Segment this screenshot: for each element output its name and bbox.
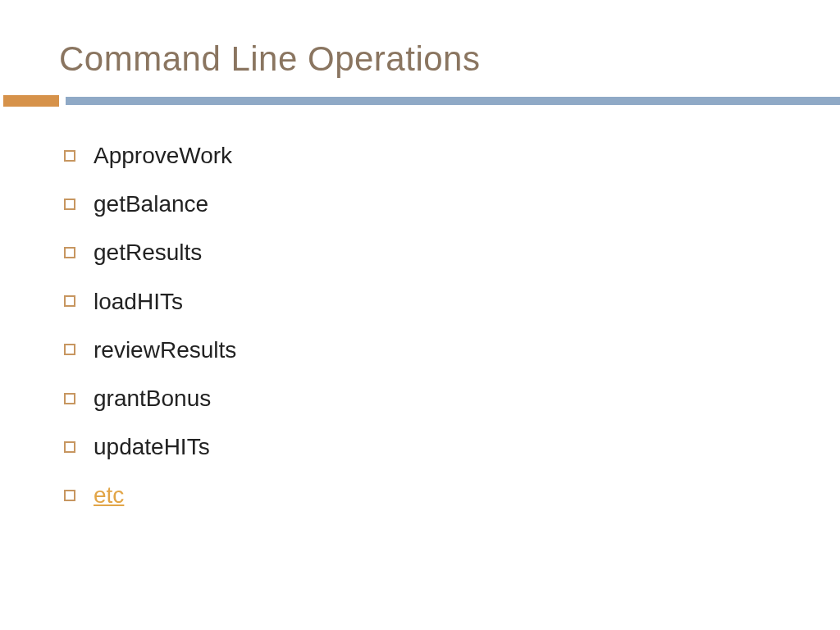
divider [0, 95, 840, 107]
square-bullet-icon [64, 199, 75, 210]
square-bullet-icon [64, 295, 75, 307]
slide-title: Command Line Operations [0, 39, 840, 95]
list-item-label: getBalance [94, 188, 208, 220]
list-item-label: updateHITs [94, 431, 210, 463]
slide: Command Line Operations ApproveWork getB… [0, 0, 840, 630]
square-bullet-icon [64, 344, 75, 355]
etc-link[interactable]: etc [94, 479, 124, 511]
list-item-label: getResults [94, 236, 202, 268]
list-item: etc [64, 479, 840, 511]
list-item: grantBonus [64, 382, 840, 414]
list-item: getBalance [64, 188, 840, 220]
list-item: updateHITs [64, 431, 840, 463]
square-bullet-icon [64, 150, 75, 162]
square-bullet-icon [64, 490, 75, 501]
list-item-label: reviewResults [94, 334, 236, 366]
list-item-label: ApproveWork [94, 139, 232, 171]
list-item: getResults [64, 236, 840, 268]
divider-accent [3, 95, 59, 107]
square-bullet-icon [64, 393, 75, 404]
square-bullet-icon [64, 441, 75, 453]
operations-list: ApproveWork getBalance getResults loadHI… [0, 139, 840, 512]
list-item: ApproveWork [64, 139, 840, 171]
square-bullet-icon [64, 247, 75, 258]
list-item: loadHITs [64, 285, 840, 317]
list-item-label: grantBonus [94, 382, 211, 414]
list-item: reviewResults [64, 334, 840, 366]
list-item-label: loadHITs [94, 285, 183, 317]
divider-bar [66, 97, 840, 105]
